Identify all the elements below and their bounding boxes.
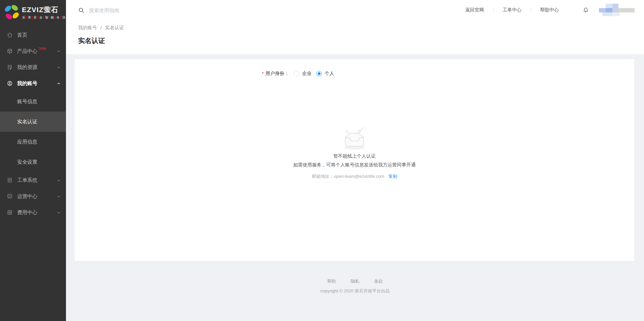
sidebar-item-home[interactable]: 首页 xyxy=(0,27,66,43)
new-badge: new xyxy=(39,46,46,51)
sidebar-subitem-app-info[interactable]: 应用信息 xyxy=(0,132,66,152)
brand-tagline: 乐享安全智能生活 xyxy=(22,15,66,20)
header-link-help-center[interactable]: 帮助中心 xyxy=(531,7,568,13)
breadcrumb: 我的账号 / 实名认证 xyxy=(66,20,644,31)
brand-logo[interactable]: EZVIZ萤石 乐享安全智能生活 xyxy=(0,0,66,21)
header-links: 返回官网 工单中心 帮助中心 xyxy=(456,7,568,13)
ticket-icon xyxy=(7,177,13,183)
sidebar-item-label: 产品中心 xyxy=(17,48,37,54)
sidebar-item-label: 工单系统 xyxy=(17,177,37,184)
header-link-ticket-center[interactable]: 工单中心 xyxy=(494,7,531,13)
radio-personal[interactable]: 个人 xyxy=(316,71,334,77)
empty-inbox-icon xyxy=(75,126,634,151)
radio-circle-icon xyxy=(294,71,299,76)
copy-email-link[interactable]: 复制 xyxy=(388,174,397,179)
page-title: 实名认证 xyxy=(66,31,644,54)
sidebar-item-operation-center[interactable]: 运营中心 xyxy=(0,188,66,204)
brand-name: EZVIZ萤石 xyxy=(22,5,66,14)
chevron-down-icon xyxy=(57,66,61,69)
sidebar-item-label: 运营中心 xyxy=(17,193,37,200)
sidebar: EZVIZ萤石 乐享安全智能生活 首页 产品中心 new 我的资源 xyxy=(0,0,66,321)
operation-icon xyxy=(7,193,13,199)
header-link-official-site[interactable]: 返回官网 xyxy=(456,7,493,13)
user-identity-label: 用户身份： xyxy=(265,71,289,77)
sidebar-item-my-resources[interactable]: 我的资源 xyxy=(0,59,66,75)
sidebar-subitem-security-settings[interactable]: 安全设置 xyxy=(0,152,66,172)
billing-icon xyxy=(7,209,13,215)
sidebar-subitem-realname-auth[interactable]: 实名认证 xyxy=(0,112,66,132)
sidebar-item-my-account[interactable]: 我的账号 xyxy=(0,75,66,91)
sidebar-item-label: 我的账号 xyxy=(17,80,37,87)
breadcrumb-separator: / xyxy=(100,25,102,31)
required-mark: * xyxy=(262,71,264,76)
sidebar-subitem-label: 实名认证 xyxy=(17,119,37,125)
chevron-down-icon xyxy=(57,195,61,198)
sidebar-item-ticket-system[interactable]: 工单系统 xyxy=(0,172,66,188)
empty-state: 暂不能线上个人认证 如需使用服务，可将个人账号信息发送给我方运营同事开通 邮箱地… xyxy=(75,126,634,179)
sidebar-item-label: 费用中心 xyxy=(17,209,37,216)
realname-auth-card: * 用户身份： 企业 个人 xyxy=(75,59,634,261)
sidebar-menu: 首页 产品中心 new 我的资源 我的账号 xyxy=(0,27,66,220)
footer-link-terms[interactable]: 条款 xyxy=(374,278,383,284)
sidebar-subitem-label: 安全设置 xyxy=(17,159,37,165)
chevron-down-icon xyxy=(57,178,61,182)
ezviz-pinwheel-logo-icon xyxy=(4,5,20,20)
email-row: 邮箱地址：open-team@ezvizlife.com复制 xyxy=(75,173,634,179)
copyright-text: copyright © 2020 萤石开放平台出品 xyxy=(66,288,644,294)
top-white-section: 返回官网 工单中心 帮助中心 我的账号 / 实名认证 实名认证 xyxy=(66,0,644,54)
bell-icon[interactable] xyxy=(583,7,589,13)
breadcrumb-current: 实名认证 xyxy=(105,25,124,31)
footer-link-help[interactable]: 帮助 xyxy=(327,278,336,284)
radio-enterprise[interactable]: 企业 xyxy=(294,71,311,77)
main-area: 返回官网 工单中心 帮助中心 我的账号 / 实名认证 实名认证 * xyxy=(66,0,644,321)
sidebar-subitem-account-info[interactable]: 账号信息 xyxy=(0,91,66,112)
email-address: open-team@ezvizlife.com xyxy=(334,174,384,179)
chevron-up-icon xyxy=(57,82,61,85)
content-area: * 用户身份： 企业 个人 xyxy=(66,54,644,321)
sidebar-item-product-center[interactable]: 产品中心 new xyxy=(0,43,66,59)
sidebar-item-label: 我的资源 xyxy=(17,64,37,71)
sidebar-item-billing-center[interactable]: 费用中心 xyxy=(0,204,66,220)
search-icon xyxy=(78,7,84,13)
email-label: 邮箱地址： xyxy=(312,174,334,179)
sidebar-subitem-label: 应用信息 xyxy=(17,139,37,145)
radio-circle-icon xyxy=(316,71,322,76)
radio-label: 个人 xyxy=(325,71,334,77)
footer-link-privacy[interactable]: 隐私 xyxy=(351,278,360,284)
resource-icon xyxy=(7,64,13,70)
empty-message-line1: 暂不能线上个人认证 xyxy=(75,153,634,159)
footer-links: 帮助 隐私 条款 xyxy=(66,278,644,284)
page-footer: 帮助 隐私 条款 copyright © 2020 萤石开放平台出品 xyxy=(66,278,644,294)
search-bar xyxy=(78,7,456,13)
sidebar-subitem-label: 账号信息 xyxy=(17,98,37,105)
user-account-redacted[interactable] xyxy=(599,4,635,16)
radio-label: 企业 xyxy=(302,71,311,77)
product-icon xyxy=(7,48,13,54)
search-input[interactable] xyxy=(89,7,230,13)
chevron-down-icon xyxy=(57,49,61,53)
chevron-down-icon xyxy=(57,211,61,214)
account-icon xyxy=(7,80,13,86)
sidebar-item-label: 首页 xyxy=(17,32,27,38)
breadcrumb-parent[interactable]: 我的账号 xyxy=(78,25,97,31)
empty-message-line2: 如需使用服务，可将个人账号信息发送给我方运营同事开通 xyxy=(75,162,634,168)
user-identity-form-row: * 用户身份： 企业 个人 xyxy=(262,59,634,77)
home-icon xyxy=(7,32,13,38)
top-header: 返回官网 工单中心 帮助中心 xyxy=(66,0,644,20)
